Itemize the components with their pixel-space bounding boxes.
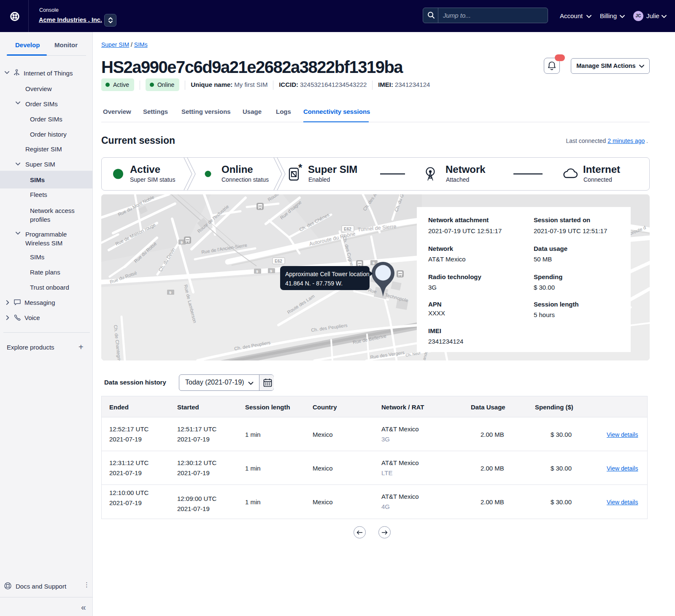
svg-text:9: 9: [256, 269, 258, 274]
svg-text:9: 9: [373, 261, 375, 265]
svg-text:9: 9: [181, 240, 183, 245]
svg-text:9: 9: [169, 291, 171, 295]
svg-text:9: 9: [270, 269, 272, 273]
svg-text:E62: E62: [275, 259, 282, 264]
svg-text:*: *: [298, 162, 302, 173]
svg-text:E62: E62: [344, 227, 351, 231]
